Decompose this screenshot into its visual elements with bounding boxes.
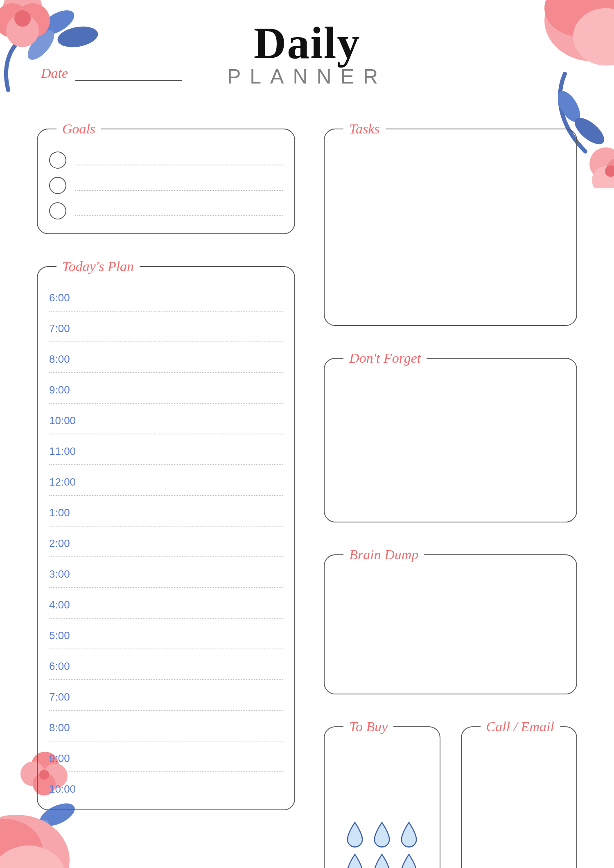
water-drop-icon[interactable]	[344, 853, 366, 868]
water-drop-icon[interactable]	[398, 853, 420, 868]
water-tracker[interactable]	[336, 821, 428, 868]
goal-input-line[interactable]	[75, 206, 283, 216]
plan-slot[interactable]: 9:00	[49, 375, 283, 406]
plan-slot[interactable]: 8:00	[49, 713, 283, 744]
todays-plan-box: Today's Plan 6:007:008:009:0010:0011:001…	[37, 259, 295, 810]
goals-box: Goals	[37, 121, 295, 234]
plan-input-line[interactable]	[49, 341, 283, 342]
plan-time-label: 10:00	[49, 783, 283, 796]
goal-checkbox[interactable]	[49, 202, 66, 219]
goal-input-line[interactable]	[75, 180, 283, 191]
plan-time-label: 3:00	[49, 568, 283, 581]
brain-dump-box[interactable]: Brain Dump	[324, 547, 577, 694]
plan-time-label: 1:00	[49, 506, 283, 519]
plan-time-label: 7:00	[49, 322, 283, 335]
water-drop-icon[interactable]	[344, 821, 366, 849]
plan-time-label: 12:00	[49, 476, 283, 488]
plan-time-label: 8:00	[49, 721, 283, 734]
plan-slot[interactable]: 6:00	[49, 283, 283, 314]
plan-slot[interactable]: 2:00	[49, 529, 283, 560]
water-drop-icon[interactable]	[371, 821, 393, 849]
plan-slot[interactable]: 6:00	[49, 652, 283, 683]
water-drop-icon[interactable]	[371, 853, 393, 868]
goal-row[interactable]	[49, 197, 283, 222]
plan-slot[interactable]: 3:00	[49, 560, 283, 590]
dont-forget-box[interactable]: Don't Forget	[324, 350, 577, 522]
plan-input-line[interactable]	[49, 771, 283, 772]
water-drop-icon[interactable]	[398, 821, 420, 849]
plan-input-line[interactable]	[49, 587, 283, 588]
plan-input-line[interactable]	[49, 495, 283, 496]
plan-time-label: 11:00	[49, 445, 283, 458]
todays-plan-label: Today's Plan	[56, 259, 140, 274]
tasks-label: Tasks	[343, 121, 385, 137]
plan-slot[interactable]: 8:00	[49, 345, 283, 375]
plan-slot[interactable]: 12:00	[49, 468, 283, 498]
plan-slot[interactable]: 10:00	[49, 406, 283, 437]
plan-time-label: 8:00	[49, 353, 283, 366]
plan-time-label: 6:00	[49, 292, 283, 304]
plan-time-label: 2:00	[49, 537, 283, 550]
plan-time-label: 5:00	[49, 629, 283, 642]
plan-input-line[interactable]	[49, 403, 283, 404]
plan-slot[interactable]: 7:00	[49, 314, 283, 345]
plan-time-label: 4:00	[49, 599, 283, 611]
to-buy-label: To Buy	[343, 719, 393, 735]
plan-input-line[interactable]	[49, 741, 283, 741]
dont-forget-label: Don't Forget	[343, 350, 427, 366]
goal-checkbox[interactable]	[49, 177, 66, 194]
goal-row[interactable]	[49, 146, 283, 171]
plan-slot[interactable]: 10:00	[49, 775, 283, 798]
plan-time-label: 7:00	[49, 691, 283, 703]
goal-input-line[interactable]	[75, 155, 283, 165]
plan-slot[interactable]: 1:00	[49, 498, 283, 529]
to-buy-box[interactable]: To Buy	[324, 719, 440, 868]
date-label: Date	[41, 66, 68, 81]
call-email-box[interactable]: Call / Email	[461, 719, 577, 868]
tasks-box[interactable]: Tasks	[324, 121, 577, 326]
plan-input-line[interactable]	[49, 556, 283, 557]
goal-checkbox[interactable]	[49, 151, 66, 169]
plan-input-line[interactable]	[49, 372, 283, 373]
plan-slot[interactable]: 5:00	[49, 621, 283, 652]
plan-input-line[interactable]	[49, 618, 283, 619]
plan-slot[interactable]: 9:00	[49, 744, 283, 775]
brain-dump-label: Brain Dump	[343, 547, 424, 563]
plan-slot[interactable]: 4:00	[49, 590, 283, 621]
plan-input-line[interactable]	[49, 679, 283, 680]
plan-slot[interactable]: 7:00	[49, 683, 283, 713]
plan-input-line[interactable]	[49, 464, 283, 465]
plan-time-label: 6:00	[49, 660, 283, 673]
plan-time-label: 9:00	[49, 384, 283, 396]
plan-time-label: 9:00	[49, 752, 283, 765]
goal-row[interactable]	[49, 171, 283, 197]
plan-time-label: 10:00	[49, 414, 283, 427]
date-field[interactable]: Date	[41, 66, 182, 81]
date-input-line[interactable]	[75, 70, 182, 81]
plan-slot[interactable]: 11:00	[49, 437, 283, 468]
plan-input-line[interactable]	[49, 526, 283, 527]
plan-input-line[interactable]	[49, 710, 283, 711]
plan-input-line[interactable]	[49, 649, 283, 649]
title-main: Daily	[37, 20, 577, 66]
call-email-label: Call / Email	[481, 719, 560, 735]
plan-input-line[interactable]	[49, 311, 283, 312]
goals-label: Goals	[56, 121, 101, 137]
plan-input-line[interactable]	[49, 434, 283, 434]
